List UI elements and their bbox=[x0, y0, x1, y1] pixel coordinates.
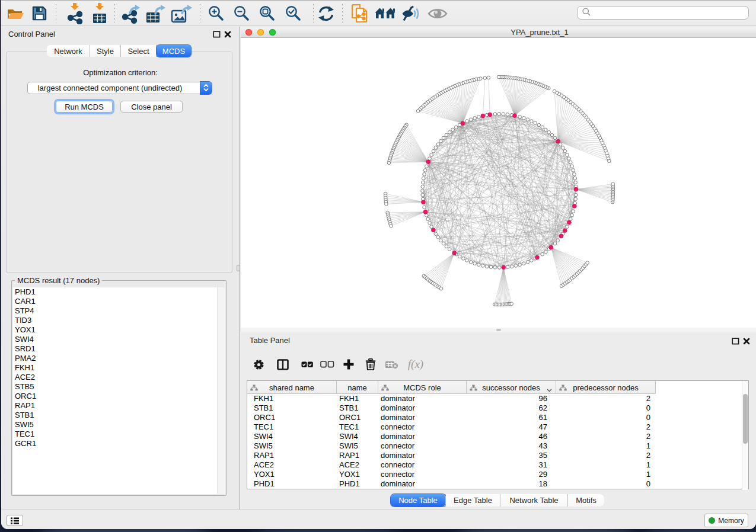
mcds-result-item[interactable]: FKH1 bbox=[13, 363, 225, 373]
mcds-result-item[interactable]: PHD1 bbox=[13, 287, 225, 297]
show-all-networks-icon[interactable] bbox=[373, 1, 398, 26]
tab-network[interactable]: Network bbox=[47, 45, 90, 57]
table-settings-icon[interactable] bbox=[254, 358, 264, 371]
duplicate-network-icon[interactable] bbox=[347, 1, 372, 26]
float-panel-button[interactable] bbox=[213, 30, 221, 38]
mcds-result-item[interactable]: STB5 bbox=[13, 382, 225, 392]
search-box[interactable] bbox=[577, 6, 749, 20]
column-header-predecessor-nodes[interactable]: predecessor nodes bbox=[556, 381, 656, 394]
zoom-in-icon[interactable] bbox=[203, 1, 228, 26]
main-toolbar bbox=[1, 1, 756, 26]
close-panel-button[interactable] bbox=[224, 30, 231, 38]
table-scrollbar[interactable] bbox=[742, 381, 748, 490]
table-row[interactable]: TEC1TEC1connector472 bbox=[247, 422, 748, 432]
mcds-result-scrollbar[interactable] bbox=[217, 287, 225, 494]
table-row[interactable]: PHD1PHD1dominator180 bbox=[247, 479, 748, 489]
mcds-result-item[interactable]: YOX1 bbox=[13, 325, 225, 335]
zoom-fit-icon[interactable] bbox=[254, 1, 279, 26]
refresh-layout-icon[interactable] bbox=[314, 1, 339, 26]
show-selected-icon[interactable] bbox=[425, 1, 450, 26]
function-builder-icon[interactable]: f(x) bbox=[406, 358, 426, 371]
table-cell: 29 bbox=[467, 470, 556, 479]
table-row[interactable]: SWI5SWI5connector431 bbox=[247, 441, 748, 451]
table-row[interactable]: ACE2ACE2connector311 bbox=[247, 460, 748, 470]
tab-motifs[interactable]: Motifs bbox=[568, 494, 604, 507]
minimize-window-button[interactable] bbox=[257, 29, 264, 36]
tab-mcds[interactable]: MCDS bbox=[157, 45, 191, 57]
close-table-panel-button[interactable] bbox=[742, 337, 750, 345]
deselect-all-checkboxes-icon[interactable] bbox=[320, 358, 334, 371]
table-cell: 43 bbox=[467, 441, 556, 451]
table-cell: FKH1 bbox=[337, 394, 378, 403]
table-cell: RAP1 bbox=[337, 451, 378, 460]
open-network-icon[interactable] bbox=[3, 1, 28, 26]
table-panel-tabs: Node TableEdge TableNetwork TableMotifs bbox=[391, 494, 604, 507]
mcds-result-item[interactable]: TEC1 bbox=[13, 430, 225, 439]
table-cell: PHD1 bbox=[337, 479, 378, 489]
mcds-result-title: MCDS result (17 nodes) bbox=[15, 276, 102, 285]
add-column-icon[interactable] bbox=[343, 358, 355, 371]
table-cell: TEC1 bbox=[247, 422, 337, 432]
zoom-out-icon[interactable] bbox=[229, 1, 254, 26]
mcds-result-item[interactable]: ACE2 bbox=[13, 373, 225, 382]
table-row[interactable]: SWI4SWI4dominator462 bbox=[247, 432, 748, 441]
mcds-result-item[interactable]: STB1 bbox=[13, 411, 225, 420]
run-mcds-button[interactable]: Run MCDS bbox=[56, 101, 113, 113]
select-all-checkboxes-icon[interactable] bbox=[301, 358, 313, 371]
float-table-panel-button[interactable] bbox=[732, 337, 739, 345]
criterion-dropdown[interactable]: largest connected component (undirected) bbox=[27, 82, 212, 94]
export-network-icon[interactable] bbox=[119, 1, 143, 26]
mcds-result-item[interactable]: ORC1 bbox=[13, 392, 225, 401]
network-resize-handle[interactable] bbox=[496, 329, 501, 331]
mcds-result-item[interactable]: GCR1 bbox=[13, 439, 225, 448]
column-header-MCDS-role[interactable]: MCDS role bbox=[378, 381, 467, 394]
import-network-icon[interactable] bbox=[62, 1, 87, 26]
network-window-titlebar[interactable]: YPA_prune.txt_1 bbox=[241, 27, 756, 38]
split-columns-icon[interactable] bbox=[277, 358, 289, 371]
table-row[interactable]: ORC1ORC1dominator610 bbox=[247, 413, 748, 422]
mcds-result-item[interactable]: STP4 bbox=[13, 306, 225, 316]
tab-edge-table[interactable]: Edge Table bbox=[446, 494, 500, 507]
memory-button[interactable]: Memory bbox=[704, 514, 748, 527]
export-image-icon[interactable] bbox=[169, 1, 194, 26]
delete-table-icon[interactable] bbox=[385, 358, 398, 371]
column-header-shared-name[interactable]: shared name bbox=[247, 381, 337, 394]
export-table-icon[interactable] bbox=[143, 1, 168, 26]
search-input[interactable] bbox=[594, 9, 748, 17]
zoom-selected-icon[interactable] bbox=[280, 1, 305, 26]
delete-column-icon[interactable] bbox=[365, 358, 376, 371]
hide-selected-icon[interactable] bbox=[399, 1, 424, 26]
table-cell: connector bbox=[378, 422, 467, 432]
tab-select[interactable]: Select bbox=[121, 45, 157, 57]
mcds-result-item[interactable]: SWI4 bbox=[13, 335, 225, 344]
save-session-icon[interactable] bbox=[27, 1, 52, 26]
network-canvas[interactable] bbox=[241, 39, 756, 328]
tab-network-table[interactable]: Network Table bbox=[500, 494, 568, 507]
mcds-result-item[interactable]: CAR1 bbox=[13, 297, 225, 306]
table-scrollbar-thumb[interactable] bbox=[743, 394, 748, 444]
column-header-successor-nodes[interactable]: successor nodes bbox=[467, 381, 556, 394]
table-row[interactable]: RAP1RAP1dominator352 bbox=[247, 451, 748, 460]
table-row[interactable]: YOX1YOX1connector291 bbox=[247, 470, 748, 479]
mcds-result-item[interactable]: SWI5 bbox=[13, 420, 225, 430]
table-row[interactable]: FKH1FKH1dominator962 bbox=[247, 394, 748, 403]
zoom-window-button[interactable] bbox=[269, 29, 276, 36]
tab-node-table[interactable]: Node Table bbox=[391, 494, 446, 507]
splitpane-handle[interactable] bbox=[237, 265, 240, 271]
table-header: shared namename MCDS role successor node… bbox=[247, 381, 656, 394]
mcds-result-item[interactable]: SRD1 bbox=[13, 344, 225, 354]
table-cell: 2 bbox=[556, 451, 656, 460]
table-row[interactable]: STB1STB1dominator620 bbox=[247, 403, 748, 413]
column-header-name[interactable]: name bbox=[337, 381, 378, 394]
tab-style[interactable]: Style bbox=[90, 45, 121, 57]
mcds-result-item[interactable]: PMA2 bbox=[13, 354, 225, 363]
import-table-icon[interactable] bbox=[87, 1, 112, 26]
control-panel-title: Control Panel bbox=[8, 30, 55, 39]
mcds-result-list[interactable]: PHD1CAR1STP4TID3YOX1SWI4SRD1PMA2FKH1ACE2… bbox=[13, 287, 225, 494]
mcds-result-item[interactable]: RAP1 bbox=[13, 401, 225, 411]
mcds-result-item[interactable]: TID3 bbox=[13, 316, 225, 325]
close-panel-action-button[interactable]: Close panel bbox=[120, 101, 183, 113]
close-window-button[interactable] bbox=[245, 29, 252, 36]
memory-label: Memory bbox=[718, 517, 744, 525]
show-panels-button[interactable] bbox=[7, 515, 23, 526]
